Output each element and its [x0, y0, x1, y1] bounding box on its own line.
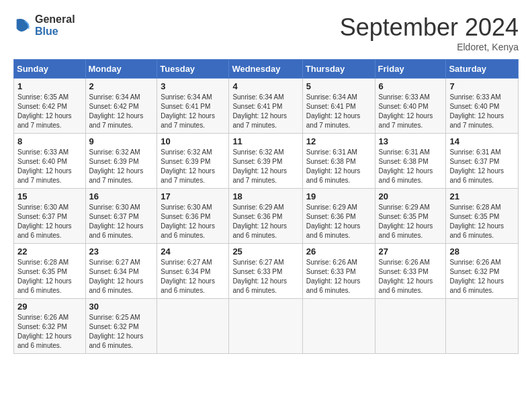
day-info: Sunrise: 6:29 AM Sunset: 6:35 PM Dayligh…	[379, 203, 443, 240]
day-number: 12	[306, 136, 371, 146]
calendar-cell: 6 Sunrise: 6:33 AM Sunset: 6:40 PM Dayli…	[375, 79, 446, 134]
calendar-header-thursday: Thursday	[302, 60, 375, 79]
calendar-header-tuesday: Tuesday	[157, 60, 229, 79]
calendar-cell: 2 Sunrise: 6:34 AM Sunset: 6:42 PM Dayli…	[85, 79, 157, 134]
day-info: Sunrise: 6:32 AM Sunset: 6:39 PM Dayligh…	[232, 148, 298, 185]
calendar-cell: 19 Sunrise: 6:29 AM Sunset: 6:36 PM Dayl…	[302, 189, 375, 244]
calendar-cell: 29 Sunrise: 6:26 AM Sunset: 6:32 PM Dayl…	[14, 299, 86, 354]
calendar-cell: 23 Sunrise: 6:27 AM Sunset: 6:34 PM Dayl…	[85, 244, 157, 299]
day-info: Sunrise: 6:27 AM Sunset: 6:34 PM Dayligh…	[89, 258, 154, 295]
day-number: 13	[379, 136, 443, 146]
day-info: Sunrise: 6:31 AM Sunset: 6:37 PM Dayligh…	[449, 148, 515, 185]
calendar-cell: 17 Sunrise: 6:30 AM Sunset: 6:36 PM Dayl…	[157, 189, 229, 244]
day-number: 14	[449, 136, 515, 146]
calendar-header-sunday: Sunday	[14, 60, 86, 79]
calendar-cell: 5 Sunrise: 6:34 AM Sunset: 6:41 PM Dayli…	[302, 79, 375, 134]
day-info: Sunrise: 6:33 AM Sunset: 6:40 PM Dayligh…	[17, 148, 82, 185]
calendar-week-row: 8 Sunrise: 6:33 AM Sunset: 6:40 PM Dayli…	[14, 134, 519, 189]
day-number: 17	[161, 191, 225, 201]
day-number: 10	[161, 136, 225, 146]
day-number: 3	[161, 81, 225, 91]
day-number: 9	[89, 136, 154, 146]
calendar-cell: 18 Sunrise: 6:29 AM Sunset: 6:36 PM Dayl…	[229, 189, 302, 244]
day-number: 7	[449, 81, 515, 91]
day-number: 23	[89, 246, 154, 257]
day-info: Sunrise: 6:31 AM Sunset: 6:38 PM Dayligh…	[306, 148, 371, 185]
calendar-week-row: 1 Sunrise: 6:35 AM Sunset: 6:42 PM Dayli…	[14, 79, 519, 134]
calendar-header-friday: Friday	[375, 60, 446, 79]
day-info: Sunrise: 6:34 AM Sunset: 6:41 PM Dayligh…	[306, 93, 371, 130]
day-number: 16	[89, 191, 154, 201]
logo-icon	[13, 16, 32, 35]
day-number: 6	[379, 81, 443, 91]
calendar-cell	[302, 299, 375, 354]
calendar-cell: 8 Sunrise: 6:33 AM Sunset: 6:40 PM Dayli…	[14, 134, 86, 189]
day-number: 25	[232, 246, 298, 257]
calendar-cell: 27 Sunrise: 6:26 AM Sunset: 6:33 PM Dayl…	[375, 244, 446, 299]
calendar-cell: 3 Sunrise: 6:34 AM Sunset: 6:41 PM Dayli…	[157, 79, 229, 134]
day-number: 15	[17, 191, 82, 201]
day-info: Sunrise: 6:34 AM Sunset: 6:41 PM Dayligh…	[161, 93, 225, 130]
day-info: Sunrise: 6:28 AM Sunset: 6:35 PM Dayligh…	[449, 203, 515, 240]
calendar-cell	[157, 299, 229, 354]
day-number: 2	[89, 81, 154, 91]
calendar-table: SundayMondayTuesdayWednesdayThursdayFrid…	[13, 59, 519, 354]
day-number: 29	[17, 302, 82, 312]
day-info: Sunrise: 6:33 AM Sunset: 6:40 PM Dayligh…	[379, 93, 443, 130]
calendar-header-row: SundayMondayTuesdayWednesdayThursdayFrid…	[14, 60, 519, 79]
day-info: Sunrise: 6:29 AM Sunset: 6:36 PM Dayligh…	[306, 203, 371, 240]
day-number: 1	[17, 81, 82, 91]
day-info: Sunrise: 6:25 AM Sunset: 6:32 PM Dayligh…	[89, 313, 154, 351]
calendar-cell: 16 Sunrise: 6:30 AM Sunset: 6:37 PM Dayl…	[85, 189, 157, 244]
calendar-header-saturday: Saturday	[446, 60, 519, 79]
day-info: Sunrise: 6:30 AM Sunset: 6:37 PM Dayligh…	[17, 203, 82, 240]
location: Eldoret, Kenya	[340, 42, 519, 52]
day-info: Sunrise: 6:26 AM Sunset: 6:32 PM Dayligh…	[17, 313, 82, 351]
day-number: 28	[449, 246, 515, 257]
day-info: Sunrise: 6:27 AM Sunset: 6:33 PM Dayligh…	[232, 258, 298, 295]
day-info: Sunrise: 6:28 AM Sunset: 6:35 PM Dayligh…	[17, 258, 82, 295]
calendar-cell: 25 Sunrise: 6:27 AM Sunset: 6:33 PM Dayl…	[229, 244, 302, 299]
calendar-cell: 14 Sunrise: 6:31 AM Sunset: 6:37 PM Dayl…	[446, 134, 519, 189]
day-info: Sunrise: 6:31 AM Sunset: 6:38 PM Dayligh…	[379, 148, 443, 185]
calendar-cell: 15 Sunrise: 6:30 AM Sunset: 6:37 PM Dayl…	[14, 189, 86, 244]
day-number: 21	[449, 191, 515, 201]
day-number: 8	[17, 136, 82, 146]
day-number: 24	[161, 246, 225, 257]
calendar-cell: 21 Sunrise: 6:28 AM Sunset: 6:35 PM Dayl…	[446, 189, 519, 244]
calendar-cell: 11 Sunrise: 6:32 AM Sunset: 6:39 PM Dayl…	[229, 134, 302, 189]
calendar-cell	[375, 299, 446, 354]
day-info: Sunrise: 6:32 AM Sunset: 6:39 PM Dayligh…	[89, 148, 154, 185]
day-info: Sunrise: 6:29 AM Sunset: 6:36 PM Dayligh…	[232, 203, 298, 240]
logo-blue-text: Blue	[35, 26, 75, 38]
day-number: 4	[232, 81, 298, 91]
day-number: 11	[232, 136, 298, 146]
calendar-week-row: 22 Sunrise: 6:28 AM Sunset: 6:35 PM Dayl…	[14, 244, 519, 299]
day-info: Sunrise: 6:26 AM Sunset: 6:32 PM Dayligh…	[449, 258, 515, 295]
day-number: 19	[306, 191, 371, 201]
calendar-cell: 9 Sunrise: 6:32 AM Sunset: 6:39 PM Dayli…	[85, 134, 157, 189]
day-number: 27	[379, 246, 443, 257]
calendar-cell: 10 Sunrise: 6:32 AM Sunset: 6:39 PM Dayl…	[157, 134, 229, 189]
logo-general-text: General	[35, 13, 75, 26]
calendar-cell: 22 Sunrise: 6:28 AM Sunset: 6:35 PM Dayl…	[14, 244, 86, 299]
day-number: 26	[306, 246, 371, 257]
day-number: 18	[232, 191, 298, 201]
calendar-cell: 1 Sunrise: 6:35 AM Sunset: 6:42 PM Dayli…	[14, 79, 86, 134]
day-info: Sunrise: 6:33 AM Sunset: 6:40 PM Dayligh…	[449, 93, 515, 130]
calendar-week-row: 15 Sunrise: 6:30 AM Sunset: 6:37 PM Dayl…	[14, 189, 519, 244]
calendar-cell: 30 Sunrise: 6:25 AM Sunset: 6:32 PM Dayl…	[85, 299, 157, 354]
calendar-header-wednesday: Wednesday	[229, 60, 302, 79]
day-info: Sunrise: 6:26 AM Sunset: 6:33 PM Dayligh…	[379, 258, 443, 295]
day-info: Sunrise: 6:32 AM Sunset: 6:39 PM Dayligh…	[161, 148, 225, 185]
day-info: Sunrise: 6:34 AM Sunset: 6:42 PM Dayligh…	[89, 93, 154, 130]
day-number: 22	[17, 246, 82, 257]
title-area: September 2024 Eldoret, Kenya	[340, 13, 519, 52]
logo: General Blue	[13, 13, 75, 37]
calendar-cell: 24 Sunrise: 6:27 AM Sunset: 6:34 PM Dayl…	[157, 244, 229, 299]
calendar-cell	[446, 299, 519, 354]
day-info: Sunrise: 6:34 AM Sunset: 6:41 PM Dayligh…	[232, 93, 298, 130]
calendar-cell: 28 Sunrise: 6:26 AM Sunset: 6:32 PM Dayl…	[446, 244, 519, 299]
calendar-cell: 13 Sunrise: 6:31 AM Sunset: 6:38 PM Dayl…	[375, 134, 446, 189]
calendar-cell: 7 Sunrise: 6:33 AM Sunset: 6:40 PM Dayli…	[446, 79, 519, 134]
